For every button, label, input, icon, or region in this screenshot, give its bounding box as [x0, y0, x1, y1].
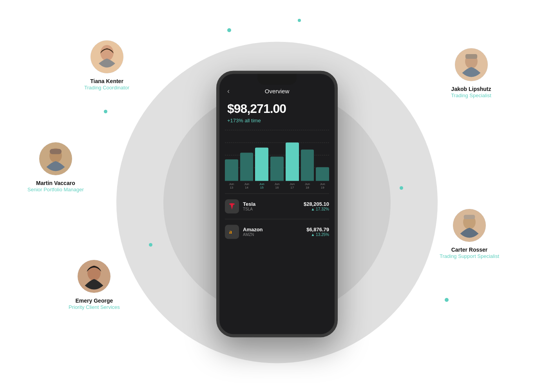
person-name-martin: Martin Vaccaro — [36, 180, 75, 187]
person-emery: Emery George Priority Client Services — [69, 259, 120, 310]
chart-day: 13 — [225, 186, 238, 189]
amazon-ticker: AMZN — [243, 232, 302, 237]
avatar-tiana — [89, 39, 125, 74]
tesla-change: 17.32% — [304, 207, 329, 211]
chart-day: 16 — [270, 186, 284, 189]
chart-day: 19 — [316, 186, 329, 189]
chart-bar — [301, 149, 314, 181]
amazon-change: 13.25% — [306, 232, 329, 237]
svg-rect-5 — [50, 149, 62, 154]
svg-point-7 — [88, 265, 101, 281]
chart-section: Jun 13 Jun 14 Jun 15 Jun 16 Jun 17 — [219, 126, 335, 191]
balance-change: +173% all time — [227, 118, 327, 124]
chart-month: Jun — [225, 182, 238, 186]
chart-bars — [225, 130, 329, 181]
avatar-emery — [76, 259, 112, 294]
amazon-info: Amazon AMZN — [243, 227, 302, 237]
phone-notch — [257, 74, 297, 85]
phone-screen: ‹ Overview $98,271.00 +173% all time — [219, 74, 335, 334]
svg-text:a: a — [229, 229, 232, 235]
decorative-dot — [227, 28, 231, 32]
chart-day-active: 15 — [255, 186, 268, 189]
amazon-price: $6,876.79 — [306, 227, 329, 232]
chart-month: Jun — [255, 182, 268, 186]
tesla-price: $28,205.10 — [304, 201, 329, 207]
person-tiana: Tiana Kenter Trading Coordinator — [84, 39, 129, 91]
avatar-martin — [38, 141, 73, 176]
tesla-info: Tesla TSLA — [243, 201, 300, 211]
avatar-carter — [452, 208, 487, 243]
bar-col-1 — [225, 159, 238, 181]
screen-title: Overview — [265, 88, 290, 94]
section-divider — [225, 219, 329, 219]
chart-bar — [240, 152, 253, 181]
decorative-dot — [104, 110, 107, 113]
chart-label-col: Jun 17 — [286, 182, 299, 189]
chart-bar — [270, 156, 284, 181]
chart-labels: Jun 13 Jun 14 Jun 15 Jun 16 Jun 17 — [225, 181, 329, 189]
tesla-ticker: TSLA — [243, 207, 300, 211]
bar-col-5 — [286, 142, 299, 181]
chart-label-col: Jun 13 — [225, 182, 238, 189]
balance-amount: $98,271.00 — [227, 102, 327, 116]
chart-bar — [225, 159, 238, 181]
person-carter: Carter Rosser Trading Support Specialist — [440, 208, 499, 260]
chart-label-col: Jun 14 — [240, 182, 253, 189]
svg-rect-10 — [465, 54, 477, 59]
bar-col-4 — [270, 156, 284, 181]
section-divider — [225, 193, 329, 194]
back-button[interactable]: ‹ — [227, 87, 230, 95]
amazon-name: Amazon — [243, 227, 302, 232]
decorative-dot — [400, 186, 403, 190]
person-name-emery: Emery George — [76, 297, 113, 304]
person-martin: Martin Vaccaro Senior Portfolio Manager — [27, 141, 84, 193]
person-name-tiana: Tiana Kenter — [90, 78, 123, 85]
svg-rect-13 — [464, 215, 475, 219]
person-role-tiana: Trading Coordinator — [84, 85, 129, 91]
tesla-icon — [225, 199, 239, 213]
chart-label-col: Jun 18 — [301, 182, 314, 189]
person-role-jakob: Trading Specialist — [451, 93, 491, 99]
chart-month: Jun — [301, 182, 314, 186]
chart-label-col: Jun 16 — [270, 182, 284, 189]
chart-month: Jun — [270, 182, 284, 186]
decorative-dot — [298, 19, 301, 22]
person-name-carter: Carter Rosser — [451, 246, 488, 253]
person-role-martin: Senior Portfolio Manager — [27, 187, 84, 193]
chart-label-col: Jun 19 — [316, 182, 329, 189]
bar-col-7 — [316, 167, 329, 181]
avatar-jakob — [454, 47, 489, 82]
chart-day: 17 — [286, 186, 299, 189]
tesla-value: $28,205.10 17.32% — [304, 201, 329, 211]
decorative-dot — [445, 298, 449, 302]
person-name-jakob: Jakob Lipshutz — [451, 85, 491, 93]
chart-month: Jun — [316, 182, 329, 186]
stock-row-amazon[interactable]: a Amazon AMZN $6,876.79 13.25% — [219, 221, 335, 242]
balance-section: $98,271.00 +173% all time — [219, 98, 335, 126]
decorative-dot — [149, 243, 152, 247]
chart-day: 18 — [301, 186, 314, 189]
tesla-name: Tesla — [243, 201, 300, 207]
bar-col-3 — [255, 147, 268, 181]
bar-col-2 — [240, 152, 253, 181]
svg-point-2 — [100, 45, 114, 61]
chart-bar — [286, 142, 299, 181]
tesla-logo-icon — [228, 202, 236, 211]
person-role-emery-text: Priority Client Services — [69, 304, 120, 310]
amazon-value: $6,876.79 13.25% — [306, 227, 329, 237]
chart-month: Jun — [240, 182, 253, 186]
amazon-logo-icon: a — [228, 228, 236, 236]
person-role-carter: Trading Support Specialist — [440, 253, 499, 260]
chart-bar-active — [255, 147, 268, 181]
stock-row-tesla[interactable]: Tesla TSLA $28,205.10 17.32% — [219, 196, 335, 216]
chart-month: Jun — [286, 182, 299, 186]
bar-col-6 — [301, 149, 314, 181]
phone-mockup: ‹ Overview $98,271.00 +173% all time — [216, 71, 338, 337]
chart-bar — [316, 167, 329, 181]
chart-day: 14 — [240, 186, 253, 189]
person-jakob: Jakob Lipshutz Trading Specialist — [451, 47, 491, 99]
amazon-icon: a — [225, 225, 239, 239]
chart-label-col: Jun 15 — [255, 182, 268, 189]
